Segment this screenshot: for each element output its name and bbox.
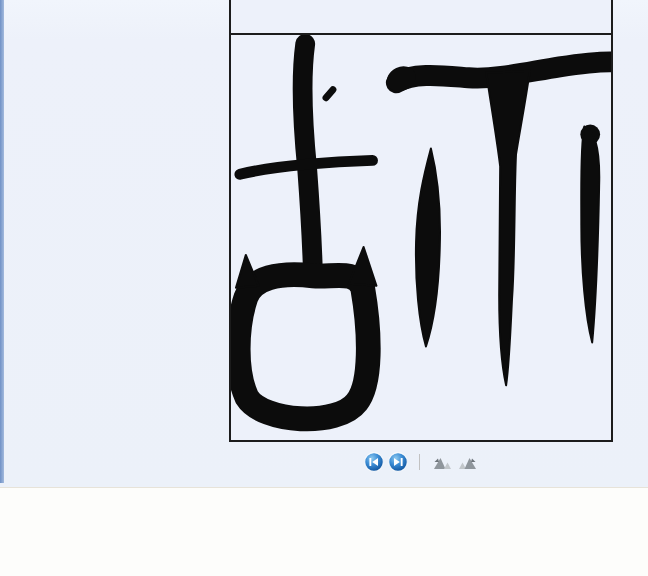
viewer-canvas [231,35,611,438]
left-accent-strip [0,0,4,483]
controls-divider [419,454,420,470]
viewer-controls [229,450,613,474]
flip-forward-button[interactable] [458,454,478,471]
thumbnail-strip: 昵图网www.nipic.cn ID:1012038 NO:2009061112… [0,487,648,576]
page-flip-back-icon [432,454,452,471]
flip-back-button[interactable] [432,454,452,471]
character-viewer-panel [229,0,613,442]
skip-first-button[interactable] [364,452,384,472]
page-flip-forward-icon [458,454,478,471]
skip-last-icon [388,452,408,472]
main-character-seal-script [231,35,611,438]
workspace-background [0,0,648,487]
viewer-header-area [231,0,611,35]
skip-last-button[interactable] [388,452,408,472]
skip-first-icon [364,452,384,472]
